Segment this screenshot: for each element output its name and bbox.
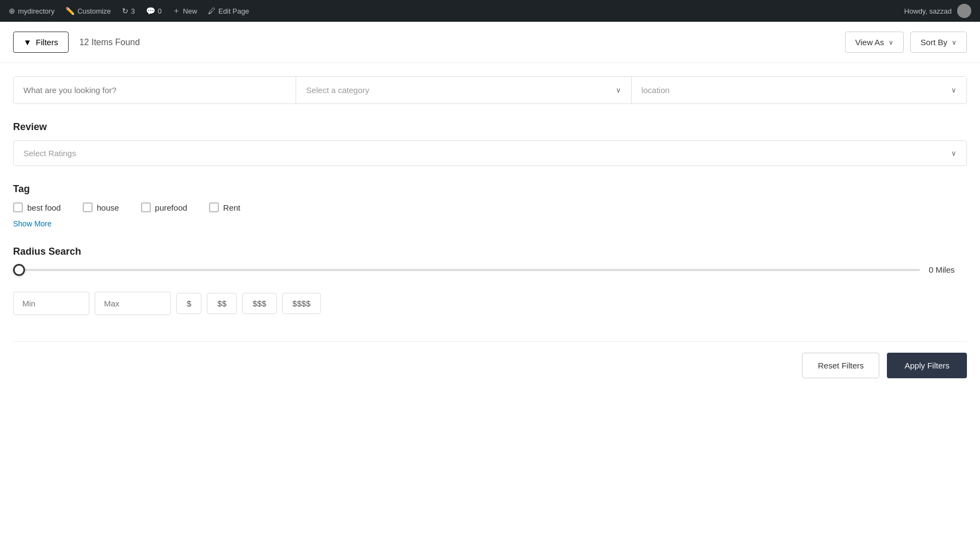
- radius-section: Radius Search 0 Miles: [13, 246, 967, 274]
- footer-buttons: Reset Filters Apply Filters: [13, 341, 967, 378]
- tag-checkbox[interactable]: [13, 202, 23, 212]
- apply-filters-button[interactable]: Apply Filters: [887, 353, 967, 378]
- tag-item[interactable]: Rent: [209, 202, 241, 212]
- radius-row: 0 Miles: [13, 265, 967, 274]
- tag-item[interactable]: house: [83, 202, 119, 212]
- review-title: Review: [13, 121, 967, 133]
- avatar[interactable]: [957, 4, 971, 18]
- tag-checkbox[interactable]: [141, 202, 151, 212]
- review-dropdown[interactable]: Select Ratings ∨: [13, 140, 967, 166]
- revisions-icon: ↻: [122, 7, 128, 15]
- customize-icon: ✏️: [65, 7, 75, 15]
- tag-item[interactable]: best food: [13, 202, 61, 212]
- reset-filters-button[interactable]: Reset Filters: [802, 353, 879, 378]
- admin-bar: ⊕ mydirectory ✏️ Customize ↻ 3 💬 0 ＋ New…: [0, 0, 980, 22]
- header-bar: ▼ Filters 12 Items Found View As ∨ Sort …: [0, 22, 980, 63]
- tag-title: Tag: [13, 183, 967, 195]
- tag-item[interactable]: purefood: [141, 202, 187, 212]
- admin-bar-site[interactable]: ⊕ mydirectory: [9, 7, 54, 15]
- price-option-button[interactable]: $$$$: [282, 293, 321, 314]
- filters-button[interactable]: ▼ Filters: [13, 32, 69, 53]
- tag-section: Tag best foodhousepurefoodRent Show More: [13, 183, 967, 229]
- search-input[interactable]: [14, 77, 296, 103]
- site-icon: ⊕: [9, 7, 15, 15]
- admin-bar-revisions[interactable]: ↻ 3: [122, 7, 135, 15]
- tag-checkbox[interactable]: [209, 202, 219, 212]
- new-icon: ＋: [173, 6, 180, 16]
- edit-icon: 🖊: [208, 7, 216, 15]
- admin-bar-new[interactable]: ＋ New: [173, 6, 197, 16]
- admin-bar-comments[interactable]: 💬 0: [146, 7, 162, 15]
- max-price-input[interactable]: [95, 292, 171, 315]
- price-option-button[interactable]: $$$: [242, 293, 277, 314]
- radius-title: Radius Search: [13, 246, 967, 257]
- sort-by-chevron-icon: ∨: [952, 39, 957, 46]
- review-chevron-icon: ∨: [951, 149, 957, 157]
- search-row: Select a category ∨ location ∨: [13, 76, 967, 104]
- price-row: $$$$$$$$$$: [13, 292, 967, 315]
- items-found: 12 Items Found: [79, 38, 140, 47]
- admin-bar-right: Howdy, sazzad: [904, 4, 971, 18]
- min-price-input[interactable]: [13, 292, 89, 315]
- sort-by-button[interactable]: Sort By ∨: [910, 32, 967, 53]
- price-section: $$$$$$$$$$: [13, 292, 967, 315]
- review-section: Review Select Ratings ∨: [13, 121, 967, 166]
- admin-bar-edit-page[interactable]: 🖊 Edit Page: [208, 7, 249, 15]
- price-option-button[interactable]: $$: [207, 293, 237, 314]
- location-select[interactable]: location ∨: [631, 77, 966, 103]
- location-chevron-icon: ∨: [951, 86, 957, 94]
- comments-icon: 💬: [146, 7, 155, 15]
- filter-icon: ▼: [23, 38, 32, 47]
- category-select[interactable]: Select a category ∨: [296, 77, 631, 103]
- show-more-button[interactable]: Show More: [13, 219, 52, 228]
- howdy-text: Howdy, sazzad: [904, 7, 952, 15]
- miles-label: 0 Miles: [929, 265, 967, 274]
- tag-list: best foodhousepurefoodRent: [13, 202, 967, 212]
- radius-slider[interactable]: [13, 269, 920, 271]
- header-right-controls: View As ∨ Sort By ∨: [845, 32, 967, 53]
- view-as-button[interactable]: View As ∨: [845, 32, 904, 53]
- tag-checkbox[interactable]: [83, 202, 93, 212]
- admin-bar-customize[interactable]: ✏️ Customize: [65, 7, 111, 15]
- price-option-button[interactable]: $: [176, 293, 201, 314]
- view-as-chevron-icon: ∨: [889, 39, 893, 46]
- category-chevron-icon: ∨: [616, 86, 621, 94]
- main-content: Select a category ∨ location ∨ Review Se…: [0, 63, 980, 400]
